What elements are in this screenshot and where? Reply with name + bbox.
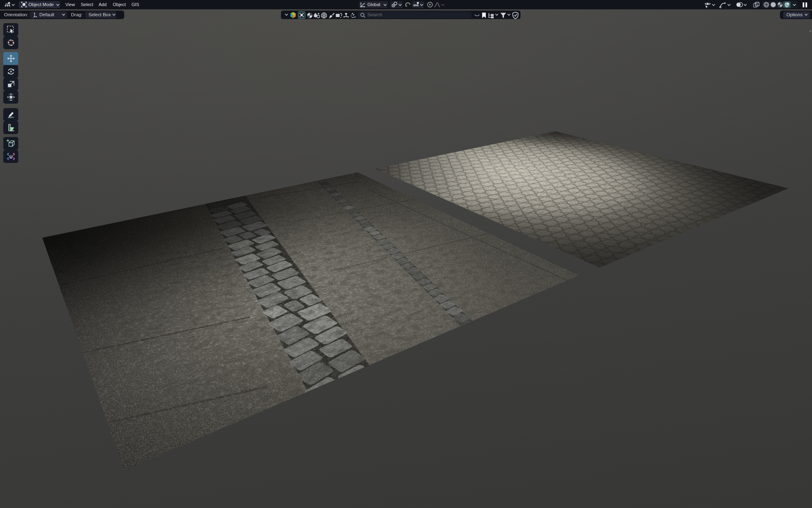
svg-text:U: U — [9, 154, 13, 159]
